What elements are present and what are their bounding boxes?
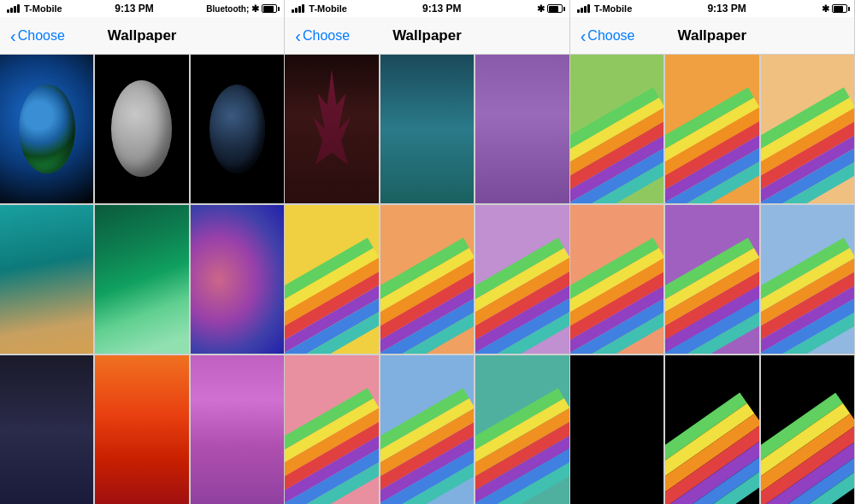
carrier-1: T-Mobile <box>24 3 62 14</box>
wallpaper-wave[interactable] <box>95 205 188 354</box>
bluetooth-symbol-2: ✱ <box>537 3 545 15</box>
battery-icon-3 <box>832 4 847 13</box>
back-button-1[interactable]: ‹ Choose <box>10 27 65 44</box>
wallpaper-rainbow-lavender[interactable] <box>475 205 569 354</box>
wallpaper-rainbow-peach[interactable] <box>380 205 474 354</box>
nav-title-2: Wallpaper <box>392 27 462 44</box>
wallpaper-rainbow-sky[interactable] <box>380 355 474 504</box>
screen-1: T-Mobile 9:13 PM Bluetooth; ✱ ‹ Choose W… <box>0 0 285 504</box>
back-button-2[interactable]: ‹ Choose <box>295 27 350 44</box>
wallpaper-rainbow-pink[interactable] <box>285 355 378 504</box>
wallpaper-rainbow-purple[interactable] <box>665 205 758 354</box>
signal-bars-3 <box>577 4 590 13</box>
wallpaper-rainbow-orange-1[interactable] <box>665 55 758 203</box>
nav-title-1: Wallpaper <box>108 27 177 44</box>
wallpaper-flower-blue[interactable] <box>380 55 474 203</box>
wallpaper-plant-dark[interactable] <box>0 355 93 504</box>
wallpaper-grid-1 <box>0 55 284 504</box>
wallpaper-black-1[interactable] <box>570 355 663 504</box>
wallpaper-rainbow-green-1[interactable] <box>570 55 663 203</box>
chevron-icon-3: ‹ <box>581 27 587 44</box>
time-2: 9:13 PM <box>422 3 461 15</box>
nav-title-3: Wallpaper <box>678 27 747 44</box>
wallpaper-blur[interactable] <box>191 205 284 354</box>
time-1: 9:13 PM <box>115 3 153 15</box>
chevron-icon-2: ‹ <box>295 27 301 44</box>
wallpaper-ocean[interactable] <box>0 205 93 354</box>
wallpaper-rainbow-salmon[interactable] <box>570 205 663 354</box>
bluetooth-icon-1: Bluetooth; <box>206 4 249 14</box>
chevron-icon-1: ‹ <box>10 27 16 44</box>
wallpaper-flower-purple[interactable] <box>285 55 378 203</box>
wallpaper-rainbow-teal[interactable] <box>475 355 569 504</box>
carrier-2: T-Mobile <box>309 3 347 14</box>
wallpaper-black-rainbow-1[interactable] <box>665 355 758 504</box>
wallpaper-dark-planet[interactable] <box>191 55 284 203</box>
screen-3: T-Mobile 9:13 PM ✱ ‹ Choose Wallpaper <box>570 0 855 504</box>
wallpaper-red-flower[interactable] <box>95 355 188 504</box>
wallpaper-moon[interactable] <box>95 55 188 203</box>
nav-bar-1: ‹ Choose Wallpaper <box>0 17 284 55</box>
wallpaper-black-rainbow-2[interactable] <box>761 355 854 504</box>
wallpaper-flower-green[interactable] <box>475 55 569 203</box>
status-bar-2: T-Mobile 9:13 PM ✱ <box>285 0 569 17</box>
wallpaper-grid-2 <box>285 55 569 504</box>
back-label-1[interactable]: Choose <box>18 28 65 44</box>
back-label-2[interactable]: Choose <box>303 28 350 44</box>
bluetooth-symbol-1: ✱ <box>251 3 259 15</box>
wallpaper-rainbow-yellow[interactable] <box>285 205 378 354</box>
time-3: 9:13 PM <box>707 3 746 15</box>
battery-icon-1 <box>262 4 277 13</box>
wallpaper-grid-3 <box>570 55 854 504</box>
status-left-2: T-Mobile <box>292 3 347 14</box>
status-right-1: Bluetooth; ✱ <box>206 3 277 15</box>
status-right-3: ✱ <box>822 3 847 15</box>
nav-bar-3: ‹ Choose Wallpaper <box>570 17 854 55</box>
battery-icon-2 <box>547 4 563 13</box>
back-label-3[interactable]: Choose <box>587 28 634 44</box>
bluetooth-symbol-3: ✱ <box>822 3 829 15</box>
nav-bar-2: ‹ Choose Wallpaper <box>285 17 569 55</box>
status-left-1: T-Mobile <box>7 3 62 14</box>
wallpaper-earth[interactable] <box>0 55 93 203</box>
status-bar-1: T-Mobile 9:13 PM Bluetooth; ✱ <box>0 0 284 17</box>
screen-2: T-Mobile 9:13 PM ✱ ‹ Choose Wallpaper <box>285 0 569 504</box>
signal-bars-1 <box>7 4 20 13</box>
wallpaper-rainbow-blue[interactable] <box>761 205 854 354</box>
signal-bars-2 <box>292 4 304 13</box>
status-bar-3: T-Mobile 9:13 PM ✱ <box>570 0 854 17</box>
carrier-3: T-Mobile <box>594 3 633 14</box>
back-button-3[interactable]: ‹ Choose <box>581 27 635 44</box>
status-right-2: ✱ <box>537 3 563 15</box>
status-left-3: T-Mobile <box>577 3 633 14</box>
wallpaper-pink-flower[interactable] <box>191 355 284 504</box>
wallpaper-rainbow-peach-2[interactable] <box>761 55 854 203</box>
